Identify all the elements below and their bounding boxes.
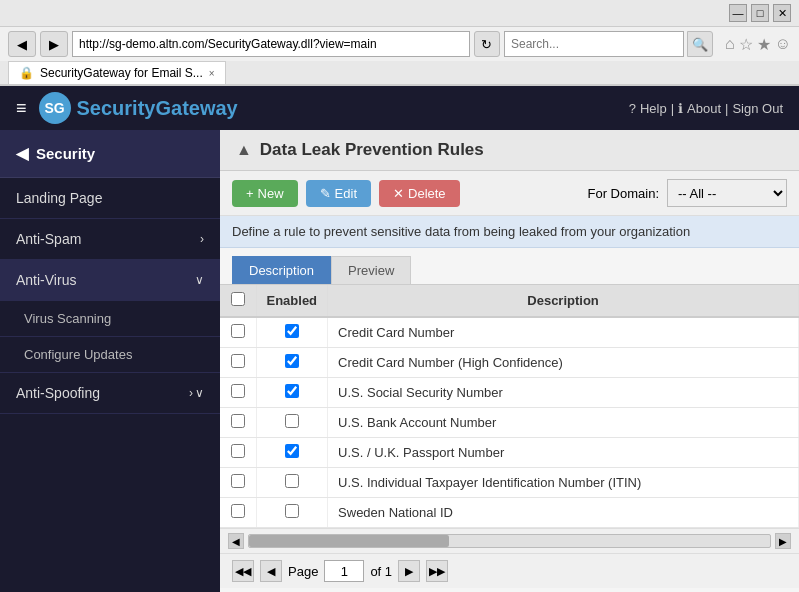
delete-icon: ✕	[393, 186, 404, 201]
sidebar-sub-label: Configure Updates	[24, 347, 132, 362]
about-link[interactable]: About	[687, 101, 721, 116]
separator1: |	[671, 101, 674, 116]
star-icon[interactable]: ☆	[739, 35, 753, 54]
minimize-btn[interactable]: —	[729, 4, 747, 22]
home-icon[interactable]: ⌂	[725, 35, 735, 54]
row-enabled-checkbox[interactable]	[285, 444, 299, 458]
row-description: Sweden National ID	[328, 498, 799, 528]
help-link[interactable]: Help	[640, 101, 667, 116]
logo-area: SG SecurityGateway	[39, 92, 238, 124]
table-row: U.S. / U.K. Passport Number	[220, 438, 799, 468]
sidebar-section-label: Security	[36, 145, 95, 162]
last-page-btn[interactable]: ▶▶	[426, 560, 448, 582]
col-header-description: Description	[328, 285, 799, 317]
logo-security: Security	[77, 97, 156, 119]
sidebar-item-configure-updates[interactable]: Configure Updates	[0, 337, 220, 373]
tab-preview[interactable]: Preview	[331, 256, 411, 284]
sidebar-item-virus-scanning[interactable]: Virus Scanning	[0, 301, 220, 337]
row-select-checkbox[interactable]	[231, 414, 245, 428]
help-icon: ?	[629, 101, 636, 116]
back-btn[interactable]: ◀	[8, 31, 36, 57]
new-label: New	[258, 186, 284, 201]
row-select-checkbox[interactable]	[231, 444, 245, 458]
row-select-checkbox[interactable]	[231, 384, 245, 398]
sidebar-item-label: Landing Page	[16, 190, 102, 206]
pagination-bar: ◀◀ ◀ Page of 1 ▶ ▶▶	[220, 553, 799, 588]
browser-search-btn[interactable]: 🔍	[687, 31, 713, 57]
of-label: of 1	[370, 564, 392, 579]
logo-icon: SG	[39, 92, 71, 124]
row-enabled-checkbox[interactable]	[285, 414, 299, 428]
row-select-checkbox[interactable]	[231, 504, 245, 518]
scroll-left-btn[interactable]: ◀	[228, 533, 244, 549]
page-input[interactable]	[324, 560, 364, 582]
tab-description[interactable]: Description	[232, 256, 331, 284]
scroll-thumb[interactable]	[249, 535, 449, 547]
scroll-track[interactable]	[248, 534, 771, 548]
delete-button[interactable]: ✕ Delete	[379, 180, 460, 207]
table-row: U.S. Bank Account Number	[220, 408, 799, 438]
table-header-row: Enabled Description	[220, 285, 799, 317]
chevron-right-icon: ›	[200, 232, 204, 246]
plus-icon: +	[246, 186, 254, 201]
row-select-checkbox[interactable]	[231, 324, 245, 338]
close-btn[interactable]: ✕	[773, 4, 791, 22]
delete-label: Delete	[408, 186, 446, 201]
refresh-btn[interactable]: ↻	[474, 31, 500, 57]
app-header: ≡ SG SecurityGateway ? Help | ℹ About | …	[0, 86, 799, 130]
row-enabled-checkbox[interactable]	[285, 474, 299, 488]
row-description: Credit Card Number (High Confidence)	[328, 348, 799, 378]
table-row: U.S. Social Security Number	[220, 378, 799, 408]
sidebar-back-btn[interactable]: ◀ Security	[0, 130, 220, 178]
table-row: U.S. Individual Taxpayer Identification …	[220, 468, 799, 498]
row-enabled-checkbox[interactable]	[285, 384, 299, 398]
new-button[interactable]: + New	[232, 180, 298, 207]
col-header-select	[220, 285, 256, 317]
info-icon: ℹ	[678, 101, 683, 116]
sidebar-item-anti-spoofing[interactable]: Anti-Spoofing › ∨	[0, 373, 220, 414]
sidebar-item-anti-virus[interactable]: Anti-Virus ∨	[0, 260, 220, 301]
row-enabled-checkbox[interactable]	[285, 324, 299, 338]
sidebar-item-landing-page[interactable]: Landing Page	[0, 178, 220, 219]
browser-tab[interactable]: 🔒 SecurityGateway for Email S... ×	[8, 61, 226, 84]
content-header: ▲ Data Leak Prevention Rules	[220, 130, 799, 171]
tab-description-label: Description	[249, 263, 314, 278]
row-enabled-checkbox[interactable]	[285, 354, 299, 368]
domain-select[interactable]: -- All --	[667, 179, 787, 207]
sidebar-item-label: Anti-Virus	[16, 272, 76, 288]
logo-text: SecurityGateway	[77, 97, 238, 120]
edit-icon: ✎	[320, 186, 331, 201]
tab-close-btn[interactable]: ×	[209, 68, 215, 79]
sidebar: ◀ Security Landing Page Anti-Spam › Anti…	[0, 130, 220, 592]
domain-filter-area: For Domain: -- All --	[587, 179, 787, 207]
row-description: U.S. Individual Taxpayer Identification …	[328, 468, 799, 498]
edit-button[interactable]: ✎ Edit	[306, 180, 371, 207]
tab-label: SecurityGateway for Email S...	[40, 66, 203, 80]
table-row: Sweden National ID	[220, 498, 799, 528]
sidebar-item-anti-spam[interactable]: Anti-Spam ›	[0, 219, 220, 260]
url-field[interactable]	[72, 31, 470, 57]
prev-page-btn[interactable]: ◀	[260, 560, 282, 582]
col-header-enabled: Enabled	[256, 285, 328, 317]
select-all-checkbox[interactable]	[231, 292, 245, 306]
first-page-btn[interactable]: ◀◀	[232, 560, 254, 582]
bookmark-icon[interactable]: ★	[757, 35, 771, 54]
row-select-checkbox[interactable]	[231, 354, 245, 368]
collapse-btn[interactable]: ▲	[236, 141, 252, 159]
menu-icon[interactable]: ≡	[16, 98, 27, 119]
chevron-right-icon2: ›	[189, 386, 193, 400]
signout-link[interactable]: Sign Out	[732, 101, 783, 116]
row-description: U.S. Social Security Number	[328, 378, 799, 408]
browser-search-input[interactable]	[504, 31, 684, 57]
table-row: Credit Card Number	[220, 317, 799, 348]
row-enabled-checkbox[interactable]	[285, 504, 299, 518]
row-select-checkbox[interactable]	[231, 474, 245, 488]
scroll-right-btn[interactable]: ▶	[775, 533, 791, 549]
next-page-btn[interactable]: ▶	[398, 560, 420, 582]
maximize-btn[interactable]: □	[751, 4, 769, 22]
forward-btn[interactable]: ▶	[40, 31, 68, 57]
domain-label: For Domain:	[587, 186, 659, 201]
tab-strip: Description Preview	[220, 248, 799, 285]
horizontal-scrollbar: ◀ ▶	[220, 528, 799, 553]
smiley-icon[interactable]: ☺	[775, 35, 791, 54]
